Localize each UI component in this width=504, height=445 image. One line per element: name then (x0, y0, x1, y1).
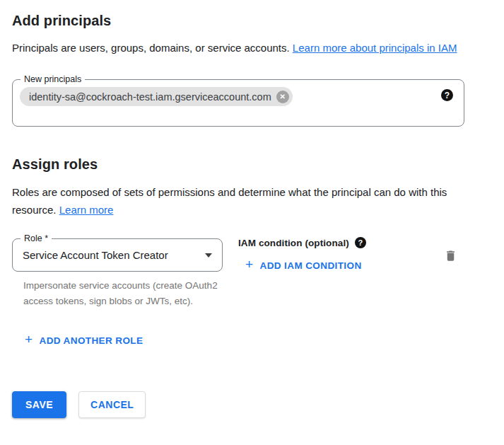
role-selected-value: Service Account Token Creator (23, 249, 199, 261)
iam-condition-label: IAM condition (optional) (238, 238, 349, 248)
add-principals-panel: Add principals Principals are users, gro… (0, 0, 504, 418)
learn-more-principals-link[interactable]: Learn more about principals in IAM (293, 42, 457, 54)
add-another-role-label: ADD ANOTHER ROLE (40, 335, 143, 346)
dropdown-arrow-icon (205, 253, 212, 258)
role-helper-text: Impersonate service accounts (create OAu… (23, 278, 223, 309)
plus-icon: + (25, 334, 33, 345)
save-button[interactable]: SAVE (12, 391, 66, 418)
principals-intro: Principals are users, groups, domains, o… (12, 39, 479, 57)
role-label: Role * (20, 233, 52, 244)
assign-roles-title: Assign roles (12, 156, 492, 173)
role-row: Role * Service Account Token Creator Imp… (12, 238, 464, 309)
roles-intro: Roles are composed of sets of permission… (12, 183, 479, 219)
new-principals-help-icon[interactable]: ? (441, 89, 453, 101)
plus-icon: + (245, 259, 254, 270)
cancel-button[interactable]: CANCEL (78, 391, 146, 418)
page-title: Add principals (12, 12, 492, 29)
add-another-role-button[interactable]: + ADD ANOTHER ROLE (19, 330, 148, 350)
new-principals-label: New principals (20, 74, 85, 85)
new-principals-field[interactable]: New principals identity-sa@cockroach-tes… (12, 79, 464, 127)
chip-remove-icon[interactable]: ✕ (276, 91, 289, 103)
add-iam-condition-label: ADD IAM CONDITION (260, 260, 362, 271)
role-column: Role * Service Account Token Creator Imp… (12, 238, 223, 309)
iam-condition-column: IAM condition (optional) ? + ADD IAM CON… (238, 238, 441, 275)
add-iam-condition-button[interactable]: + ADD IAM CONDITION (240, 255, 368, 275)
principals-intro-text: Principals are users, groups, domains, o… (12, 42, 290, 54)
action-buttons: SAVE CANCEL (12, 391, 492, 418)
iam-condition-help-icon[interactable]: ? (355, 237, 366, 248)
iam-condition-label-row: IAM condition (optional) ? (238, 237, 441, 248)
principal-chip: identity-sa@cockroach-test.iam.gservicea… (20, 87, 293, 106)
principal-chip-text: identity-sa@cockroach-test.iam.gservicea… (29, 91, 271, 103)
delete-role-button[interactable] (441, 245, 460, 268)
trash-icon (444, 248, 457, 263)
learn-more-roles-link[interactable]: Learn more (59, 204, 114, 216)
role-dropdown[interactable]: Role * Service Account Token Creator (12, 238, 223, 272)
